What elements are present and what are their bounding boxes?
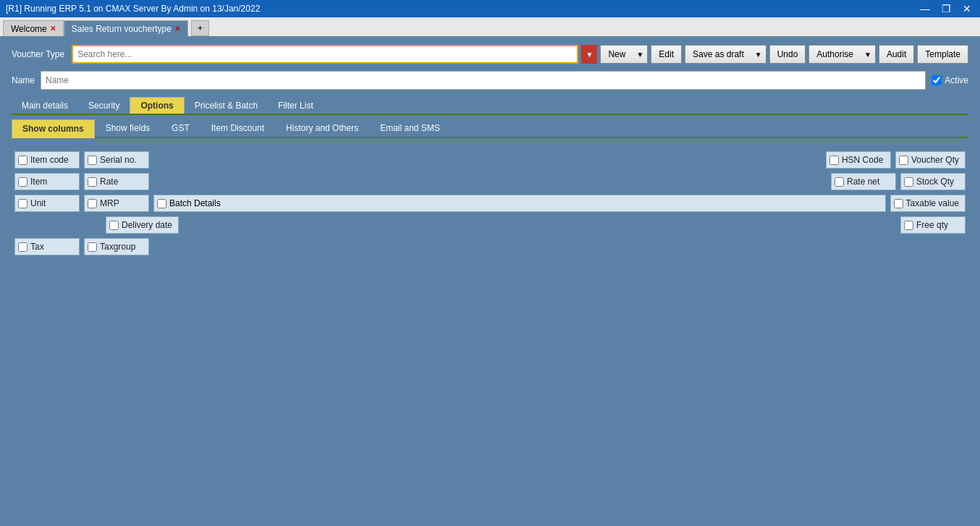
sub-tab-show-fields[interactable]: Show fields [95, 119, 161, 137]
name-input[interactable] [41, 71, 926, 90]
authorise-button-group: Authorise ▼ [808, 45, 876, 64]
authorise-dropdown-button[interactable]: ▼ [861, 45, 876, 64]
item-checkbox[interactable]: Item [14, 173, 80, 190]
batch-details-checkbox[interactable]: Batch Details [153, 195, 886, 212]
minimize-button[interactable]: — [917, 3, 933, 14]
tab-sales-return-close[interactable]: ✕ [174, 25, 180, 33]
save-draft-dropdown-button[interactable]: ▼ [751, 45, 766, 64]
delivery-date-checkbox[interactable]: Delivery date [106, 216, 179, 234]
undo-button[interactable]: Undo [769, 45, 806, 64]
search-dropdown-button[interactable]: ▼ [581, 45, 597, 64]
tab-bar: Welcome ✕ Sales Return vouchertype ✕ + [0, 17, 980, 38]
tab-filter-list[interactable]: Filter List [268, 97, 324, 114]
new-dropdown-button[interactable]: ▼ [633, 45, 648, 64]
tab-security[interactable]: Security [78, 97, 130, 114]
main-content: Voucher Type ▼ New ▼ Edit Save as draft … [0, 38, 980, 273]
taxable-value-checkbox[interactable]: Taxable value [890, 195, 966, 212]
checkbox-row-5: Tax Taxgroup [14, 238, 966, 255]
voucher-qty-checkbox[interactable]: Voucher Qty [895, 151, 966, 169]
mrp-checkbox[interactable]: MRP [84, 195, 149, 212]
new-button-group: New ▼ [600, 45, 648, 64]
tab-sales-return[interactable]: Sales Return vouchertype ✕ [64, 20, 188, 36]
title-bar: [R1] Running ERP 5.1 on CMAX Server By A… [0, 0, 980, 17]
free-qty-checkbox[interactable]: Free qty [900, 216, 966, 234]
sub-tab-history-others[interactable]: History and Others [275, 119, 369, 137]
name-row: Name Active [12, 71, 968, 90]
active-checkbox[interactable] [932, 75, 942, 85]
tab-options[interactable]: Options [130, 97, 184, 114]
tab-welcome-label: Welcome [11, 24, 47, 34]
restore-button[interactable]: ❐ [939, 3, 954, 14]
show-columns-content: Item code Serial no. HSN Code Voucher Qt… [12, 145, 968, 266]
hsn-code-checkbox[interactable]: HSN Code [826, 151, 891, 169]
taxgroup-checkbox[interactable]: Taxgroup [84, 238, 149, 255]
sub-tab-show-columns[interactable]: Show columns [12, 119, 95, 138]
sub-tab-item-discount[interactable]: Item Discount [200, 119, 275, 137]
toolbar: Voucher Type ▼ New ▼ Edit Save as draft … [12, 45, 968, 64]
title-text: [R1] Running ERP 5.1 on CMAX Server By A… [6, 4, 260, 14]
tab-main-details[interactable]: Main details [12, 97, 78, 114]
save-as-draft-button[interactable]: Save as draft [685, 45, 751, 64]
sub-tabs: Show columns Show fields GST Item Discou… [12, 119, 968, 138]
authorise-button[interactable]: Authorise [808, 45, 861, 64]
active-checkbox-area: Active [932, 75, 968, 85]
checkbox-row-2: Item Rate Rate net Stock Qty [14, 173, 966, 190]
sub-tab-email-sms[interactable]: Email and SMS [369, 119, 451, 137]
template-button[interactable]: Template [917, 45, 968, 64]
name-label: Name [12, 75, 35, 85]
sub-tab-gst[interactable]: GST [161, 119, 200, 137]
active-label: Active [945, 75, 968, 85]
new-button[interactable]: New [600, 45, 633, 64]
main-nav-tabs: Main details Security Options Pricelist … [12, 97, 968, 115]
voucher-type-label: Voucher Type [12, 49, 64, 59]
tab-welcome[interactable]: Welcome ✕ [3, 20, 64, 36]
tab-welcome-close[interactable]: ✕ [50, 25, 56, 33]
rate-checkbox[interactable]: Rate [84, 173, 149, 190]
serial-no-checkbox[interactable]: Serial no. [84, 151, 149, 169]
checkbox-row-3: Unit MRP Batch Details Taxable value [14, 195, 966, 212]
audit-button[interactable]: Audit [879, 45, 914, 64]
search-input[interactable] [72, 45, 578, 64]
checkbox-row-1: Item code Serial no. HSN Code Voucher Qt… [14, 151, 966, 169]
edit-button[interactable]: Edit [651, 45, 682, 64]
add-tab-button[interactable]: + [191, 20, 209, 36]
unit-checkbox[interactable]: Unit [14, 195, 80, 212]
stock-qty-checkbox[interactable]: Stock Qty [900, 173, 966, 190]
title-bar-controls: — ❐ ✕ [917, 3, 974, 14]
tab-sales-return-label: Sales Return vouchertype [72, 24, 172, 34]
save-draft-button-group: Save as draft ▼ [685, 45, 766, 64]
tax-checkbox[interactable]: Tax [14, 238, 80, 255]
tab-pricelist-batch[interactable]: Pricelist & Batch [185, 97, 268, 114]
close-button[interactable]: ✕ [960, 3, 974, 14]
rate-net-checkbox[interactable]: Rate net [831, 173, 896, 190]
checkbox-row-4: Delivery date Free qty [14, 216, 966, 234]
item-code-checkbox[interactable]: Item code [14, 151, 80, 169]
